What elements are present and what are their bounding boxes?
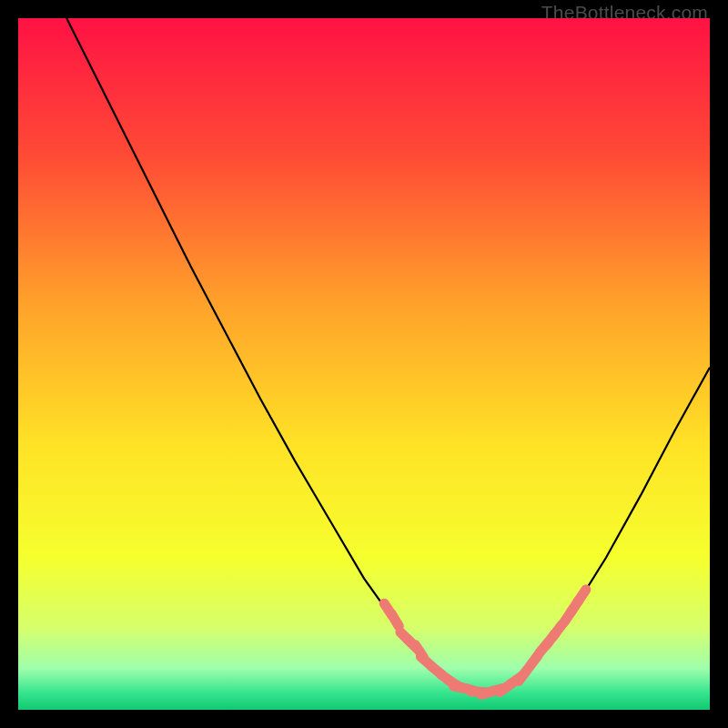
bottleneck-chart: [18, 18, 710, 710]
gradient-background: [18, 18, 710, 710]
marker-segment: [578, 590, 586, 602]
marker-segment: [391, 613, 399, 626]
chart-frame: [18, 18, 710, 710]
